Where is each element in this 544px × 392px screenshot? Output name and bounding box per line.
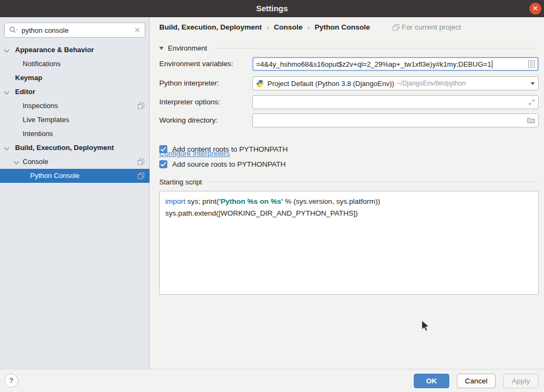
dropdown-arrow-icon[interactable] [531, 82, 535, 85]
search-input[interactable] [22, 26, 132, 34]
cancel-button[interactable]: Cancel [457, 374, 496, 388]
chevron-down-icon[interactable] [4, 47, 10, 53]
sidebar-item-console[interactable]: Console [0, 155, 150, 169]
mouse-cursor [421, 320, 431, 333]
chevron-down-icon[interactable] [4, 145, 10, 151]
checkbox-checked-icon[interactable] [159, 145, 167, 153]
help-button[interactable]: ? [4, 374, 18, 388]
breadcrumb: Build, Execution, Deployment › Console ›… [159, 23, 461, 31]
starting-script-section-header: Starting script [159, 178, 538, 186]
settings-dialog: Settings ✕ ✕ Appearance & Behavior Notif… [0, 0, 544, 392]
chevron-down-icon[interactable] [4, 89, 10, 95]
breadcrumb-separator: › [307, 23, 310, 31]
options-label: Interpreter options: [159, 98, 220, 106]
clear-search-icon[interactable]: ✕ [134, 26, 140, 34]
starting-script-editor[interactable]: import sys; print('Python %s on %s' % (s… [159, 191, 539, 295]
add-content-roots-checkbox[interactable]: Add content roots to PYTHONPATH [159, 145, 288, 153]
settings-tree: Appearance & Behavior Notifications Keym… [0, 43, 150, 183]
sidebar-item-live-templates[interactable]: Live Templates [0, 113, 150, 127]
sidebar-item-notifications[interactable]: Notifications [0, 57, 150, 71]
dialog-footer: ? OK Cancel Apply [0, 369, 544, 392]
script-line-1: import sys; print('Python %s on %s' % (s… [165, 196, 533, 208]
breadcrumb-python-console: Python Console [315, 23, 370, 31]
per-project-settings-icon [138, 103, 144, 109]
sidebar-item-keymap[interactable]: Keymap [0, 71, 150, 85]
search-icon [9, 26, 18, 34]
breadcrumb-console[interactable]: Console [274, 23, 302, 31]
env-vars-label: Environment variables: [159, 60, 233, 68]
workdir-label: Working directory: [159, 116, 218, 124]
settings-content: Build, Execution, Deployment › Console ›… [150, 17, 544, 369]
sidebar-item-python-console[interactable]: Python Console [0, 169, 150, 183]
interpreter-dropdown[interactable]: Project Default (Python 3.8 (DjangoEnv))… [252, 76, 539, 90]
python-icon [256, 80, 264, 88]
interpreter-options-field[interactable] [252, 95, 539, 109]
dialog-title: Settings [0, 0, 544, 17]
expand-field-icon[interactable] [528, 99, 535, 105]
per-project-settings-icon [138, 173, 144, 179]
folder-icon[interactable] [527, 117, 535, 124]
apply-button[interactable]: Apply [503, 374, 539, 388]
sidebar-item-appearance-behavior[interactable]: Appearance & Behavior [0, 43, 150, 57]
interpreter-path: ~/DjangoEnv/bin/python [397, 80, 466, 87]
sidebar-item-intentions[interactable]: Intentions [0, 127, 150, 141]
checkbox-checked-icon[interactable] [159, 160, 167, 168]
environment-section-header[interactable]: Environment [159, 44, 538, 52]
breadcrumb-separator: › [267, 23, 270, 31]
add-source-roots-checkbox[interactable]: Add source roots to PYTHONPATH [159, 160, 286, 168]
env-vars-field[interactable]: =4&4y_hshmo68&s16oput$z2v+ql=2_29%ap+_tw… [252, 57, 539, 71]
sidebar-item-inspections[interactable]: Inspections [0, 99, 150, 113]
text-caret [492, 60, 492, 68]
settings-search-box[interactable]: ✕ [4, 23, 145, 38]
script-line-2: sys.path.extend([WORKING_DIR_AND_PYTHON_… [165, 208, 533, 219]
sidebar-item-editor[interactable]: Editor [0, 85, 150, 99]
browse-variables-icon[interactable] [528, 60, 535, 68]
interpreter-label: Python interpreter: [159, 79, 219, 87]
per-project-settings-icon [393, 24, 399, 31]
sidebar-item-build-execution-deployment[interactable]: Build, Execution, Deployment [0, 141, 150, 155]
title-bar: Settings ✕ [0, 0, 544, 17]
per-project-settings-icon [138, 159, 144, 165]
interpreter-value: Project Default (Python 3.8 (DjangoEnv)) [267, 80, 394, 88]
collapse-triangle-icon[interactable] [159, 47, 164, 50]
scope-note: For current project [393, 23, 461, 31]
close-icon[interactable]: ✕ [529, 3, 541, 15]
breadcrumb-build-execution-deployment[interactable]: Build, Execution, Deployment [159, 23, 262, 31]
chevron-down-icon[interactable] [14, 159, 19, 165]
ok-button[interactable]: OK [414, 374, 449, 388]
working-directory-field[interactable] [252, 113, 539, 127]
settings-sidebar: ✕ Appearance & Behavior Notifications Ke… [0, 17, 150, 369]
